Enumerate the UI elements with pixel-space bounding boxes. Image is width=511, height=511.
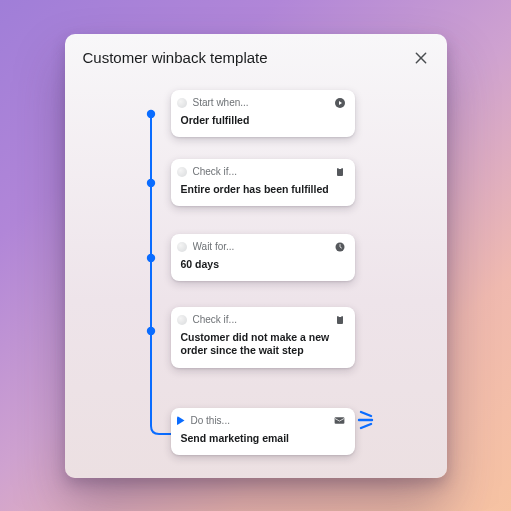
step-description: Customer did not make a new order since … [171, 327, 355, 368]
svg-rect-5 [337, 168, 343, 176]
svg-rect-9 [338, 315, 341, 317]
close-icon [413, 50, 429, 66]
step-description: Order fulfilled [171, 110, 355, 138]
clipboard-icon [333, 165, 347, 179]
close-button[interactable] [411, 48, 431, 68]
workflow-step-condition[interactable]: Check if... Entire order has been fulfil… [171, 159, 355, 207]
template-panel: Customer winback template Start when... [65, 34, 447, 478]
step-description: Send marketing email [171, 428, 355, 456]
svg-point-1 [146, 178, 154, 186]
svg-rect-8 [337, 316, 343, 324]
play-icon [333, 96, 347, 110]
panel-header: Customer winback template [65, 34, 447, 78]
svg-point-3 [146, 326, 154, 334]
workflow-step-wait[interactable]: Wait for... 60 days [171, 234, 355, 282]
step-type-label: Check if... [193, 314, 327, 325]
mail-icon [333, 414, 347, 428]
step-description: Entire order has been fulfilled [171, 179, 355, 207]
workflow-step-condition[interactable]: Check if... Customer did not make a new … [171, 307, 355, 368]
workflow-step-start[interactable]: Start when... Order fulfilled [171, 90, 355, 138]
svg-point-2 [146, 253, 154, 261]
clock-icon [333, 240, 347, 254]
svg-point-0 [146, 109, 154, 117]
step-type-label: Check if... [193, 166, 327, 177]
step-type-label: Start when... [193, 97, 327, 108]
workflow-step-action[interactable]: Do this... Send marketing email [171, 408, 355, 456]
step-grip-icon [177, 98, 187, 108]
step-grip-icon [177, 242, 187, 252]
highlight-burst-icon [357, 408, 387, 432]
step-marker-icon [177, 416, 185, 426]
clipboard-icon [333, 313, 347, 327]
step-type-label: Do this... [191, 415, 327, 426]
step-description: 60 days [171, 254, 355, 282]
workflow-canvas: Start when... Order fulfilled Check if..… [65, 78, 447, 466]
step-grip-icon [177, 315, 187, 325]
panel-title: Customer winback template [83, 49, 268, 66]
step-type-label: Wait for... [193, 241, 327, 252]
svg-rect-6 [338, 167, 341, 169]
step-grip-icon [177, 167, 187, 177]
svg-rect-10 [335, 417, 345, 424]
